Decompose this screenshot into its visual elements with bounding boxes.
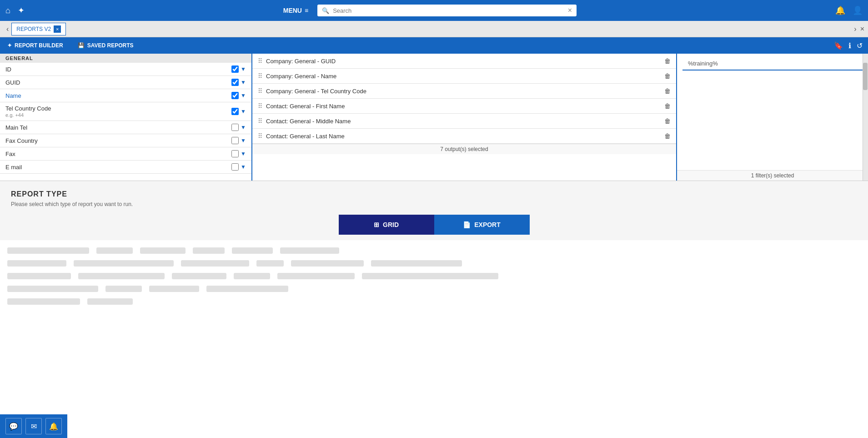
scrollbar-thumb bbox=[863, 63, 868, 90]
field-guid-checkbox[interactable] bbox=[231, 79, 239, 86]
field-main-tel-dropdown[interactable]: ▼ bbox=[241, 124, 246, 131]
output-row[interactable]: ⠿ Company: General - GUID 🗑 bbox=[252, 54, 676, 69]
field-id-checkbox[interactable] bbox=[231, 65, 239, 73]
field-fax-country-checkbox[interactable] bbox=[231, 137, 239, 144]
chat-button[interactable]: 💬 bbox=[5, 418, 22, 434]
delete-output-icon[interactable]: 🗑 bbox=[664, 102, 671, 110]
output-row[interactable]: ⠿ Contact: General - Last Name 🗑 bbox=[252, 129, 676, 144]
skeleton-block bbox=[181, 260, 249, 267]
delete-output-icon[interactable]: 🗑 bbox=[664, 87, 671, 95]
home-icon[interactable]: ⌂ bbox=[5, 6, 10, 15]
field-fax-dropdown[interactable]: ▼ bbox=[241, 151, 246, 157]
filter-input[interactable]: %training% bbox=[682, 57, 863, 70]
top-navigation: ⌂ ✦ MENU ≡ 🔍 × 🔔 👤 bbox=[0, 0, 868, 21]
search-close-icon[interactable]: × bbox=[568, 6, 572, 15]
field-id[interactable]: ID ▼ bbox=[0, 63, 251, 76]
reports-v2-tab[interactable]: REPORTS V2 × bbox=[11, 23, 66, 35]
skeleton-block bbox=[7, 286, 98, 292]
skeleton-block bbox=[206, 286, 288, 292]
notification-icon[interactable]: 🔔 bbox=[835, 5, 845, 15]
field-fax-country[interactable]: Fax Country ▼ bbox=[0, 134, 251, 147]
field-id-label: ID bbox=[5, 66, 231, 73]
saved-reports-tab[interactable]: 💾 SAVED REPORTS bbox=[70, 37, 141, 54]
output-label: Contact: General - Middle Name bbox=[266, 118, 661, 125]
menu-label[interactable]: MENU ≡ bbox=[283, 7, 308, 14]
field-guid[interactable]: GUID ▼ bbox=[0, 76, 251, 89]
field-name-dropdown[interactable]: ▼ bbox=[241, 92, 246, 99]
field-fax-country-label: Fax Country bbox=[5, 137, 231, 144]
field-email[interactable]: E mail ▼ bbox=[0, 161, 251, 174]
search-bar: 🔍 × bbox=[317, 5, 577, 16]
export-button[interactable]: 📄 EXPORT bbox=[434, 215, 530, 235]
tab-bar-close-icon[interactable]: › bbox=[854, 25, 856, 33]
skeleton-row-1 bbox=[7, 247, 861, 254]
export-icon: 📄 bbox=[463, 221, 471, 228]
notification-button[interactable]: 🔔 bbox=[45, 418, 62, 434]
skeleton-row-4 bbox=[7, 286, 861, 292]
export-label: EXPORT bbox=[474, 221, 501, 228]
user-icon[interactable]: 👤 bbox=[853, 5, 863, 15]
output-label: Contact: General - First Name bbox=[266, 103, 661, 110]
field-fax[interactable]: Fax ▼ bbox=[0, 147, 251, 161]
skeleton-block bbox=[371, 260, 462, 267]
field-name[interactable]: Name ▼ bbox=[0, 89, 251, 102]
field-main-tel-checkbox[interactable] bbox=[231, 124, 239, 131]
info-icon[interactable]: ℹ bbox=[848, 41, 851, 50]
field-guid-dropdown[interactable]: ▼ bbox=[241, 79, 246, 86]
output-label: Company: General - GUID bbox=[266, 58, 661, 65]
bottom-toolbar: 💬 ✉ 🔔 bbox=[0, 414, 67, 438]
report-type-title: REPORT TYPE bbox=[11, 190, 857, 198]
output-row[interactable]: ⠿ Contact: General - Middle Name 🗑 bbox=[252, 114, 676, 129]
output-row[interactable]: ⠿ Contact: General - First Name 🗑 bbox=[252, 99, 676, 114]
skeleton-block bbox=[96, 247, 133, 254]
field-email-checkbox[interactable] bbox=[231, 163, 239, 171]
report-builder-tab[interactable]: ✦ REPORT BUILDER bbox=[0, 37, 70, 54]
delete-output-icon[interactable]: 🗑 bbox=[664, 57, 671, 65]
field-tel-country-code[interactable]: Tel Country Code e.g. +44 ▼ bbox=[0, 102, 251, 121]
bookmark-icon[interactable]: 🔖 bbox=[834, 41, 843, 50]
skeleton-block bbox=[7, 298, 80, 305]
delete-output-icon[interactable]: 🗑 bbox=[664, 117, 671, 125]
tab-prev-arrow[interactable]: ‹ bbox=[4, 25, 11, 33]
skeleton-block bbox=[193, 247, 225, 254]
sub-tabs-right: 🔖 ℹ ↺ bbox=[834, 37, 868, 54]
email-button[interactable]: ✉ bbox=[25, 418, 42, 434]
output-label: Contact: General - Last Name bbox=[266, 133, 661, 140]
tab-close-button[interactable]: × bbox=[54, 25, 61, 33]
delete-output-icon[interactable]: 🗑 bbox=[664, 132, 671, 140]
drag-handle-icon: ⠿ bbox=[258, 87, 262, 95]
skeleton-block bbox=[149, 286, 199, 292]
grid-button[interactable]: ⊞ GRID bbox=[339, 215, 434, 235]
refresh-icon[interactable]: ↺ bbox=[857, 41, 863, 50]
drag-handle-icon: ⠿ bbox=[258, 132, 262, 140]
search-input[interactable] bbox=[333, 7, 564, 14]
field-tel-dropdown[interactable]: ▼ bbox=[241, 108, 246, 115]
window-close-icon[interactable]: × bbox=[860, 25, 864, 33]
field-email-label: E mail bbox=[5, 164, 231, 171]
field-email-dropdown[interactable]: ▼ bbox=[241, 164, 246, 170]
field-id-dropdown[interactable]: ▼ bbox=[241, 66, 246, 72]
nav-right: 🔔 👤 bbox=[835, 5, 863, 15]
field-name-label: Name bbox=[5, 92, 231, 99]
skeleton-block bbox=[172, 273, 226, 279]
drag-handle-icon: ⠿ bbox=[258, 117, 262, 125]
field-name-checkbox[interactable] bbox=[231, 92, 239, 99]
output-label: Company: General - Tel Country Code bbox=[266, 88, 661, 95]
field-main-tel[interactable]: Main Tel ▼ bbox=[0, 121, 251, 134]
outputs-footer: 7 output(s) selected bbox=[252, 144, 676, 154]
field-tel-label: Tel Country Code bbox=[5, 105, 231, 112]
general-section-header: GENERAL bbox=[0, 54, 251, 63]
skeleton-block bbox=[234, 273, 270, 279]
main-scrollbar[interactable] bbox=[863, 54, 868, 181]
field-fax-country-dropdown[interactable]: ▼ bbox=[241, 137, 246, 144]
skeleton-row-2 bbox=[7, 260, 861, 267]
field-fax-checkbox[interactable] bbox=[231, 150, 239, 157]
output-row[interactable]: ⠿ Company: General - Tel Country Code 🗑 bbox=[252, 84, 676, 99]
nav-left: ⌂ ✦ bbox=[5, 5, 25, 15]
field-tel-checkbox[interactable] bbox=[231, 108, 239, 115]
delete-output-icon[interactable]: 🗑 bbox=[664, 72, 671, 80]
skeleton-block bbox=[362, 273, 498, 279]
settings-icon[interactable]: ✦ bbox=[18, 5, 25, 15]
output-row[interactable]: ⠿ Company: General - Name 🗑 bbox=[252, 69, 676, 84]
drag-handle-icon: ⠿ bbox=[258, 57, 262, 65]
